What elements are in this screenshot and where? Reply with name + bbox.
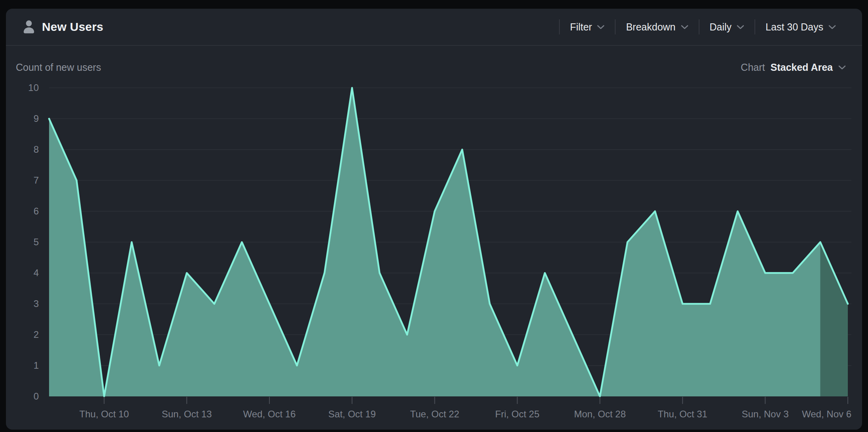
y-axis-label: 3 (0, 298, 39, 310)
chart-type-value: Stacked Area (771, 62, 833, 73)
y-axis-label: 0 (0, 390, 39, 402)
chevron-down-icon (737, 25, 744, 29)
interval-dropdown-label: Daily (710, 21, 732, 33)
breakdown-dropdown-label: Breakdown (626, 21, 675, 33)
y-axis-label: 1 (0, 360, 39, 371)
x-axis-label: Wed, Nov 6 (764, 408, 851, 420)
title-group: New Users (6, 20, 103, 34)
interval-dropdown[interactable]: Daily (699, 15, 755, 39)
sub-header: Count of new users Chart Stacked Area (6, 55, 862, 79)
y-axis-label: 4 (0, 267, 39, 279)
y-axis-label: 9 (0, 113, 39, 125)
card-header: New Users Filter Breakdown Daily (6, 9, 862, 45)
y-axis-label: 5 (0, 236, 39, 248)
y-axis-label: 10 (0, 82, 39, 94)
x-axis-label: Fri, Oct 25 (474, 408, 561, 420)
x-axis-label: Sat, Oct 19 (309, 408, 396, 420)
date-range-dropdown[interactable]: Last 30 Days (755, 15, 846, 39)
chevron-down-icon (597, 25, 605, 29)
y-axis-label: 7 (0, 174, 39, 186)
header-controls: Filter Breakdown Daily Last 30 Days (559, 15, 862, 39)
page: New Users Filter Breakdown Daily (0, 0, 868, 432)
x-axis-label: Sun, Oct 13 (143, 408, 230, 420)
user-icon (23, 20, 35, 34)
x-axis-label: Thu, Oct 10 (61, 408, 148, 420)
y-axis-label: 6 (0, 205, 39, 217)
x-axis-label: Mon, Oct 28 (556, 408, 643, 420)
date-range-dropdown-label: Last 30 Days (766, 21, 823, 33)
x-axis-label: Thu, Oct 31 (639, 408, 726, 420)
chart-type-dropdown[interactable]: Chart Stacked Area (738, 61, 862, 74)
chart-type-prefix: Chart (741, 62, 765, 73)
filter-dropdown[interactable]: Filter (560, 15, 615, 39)
x-axis-label: Wed, Oct 16 (226, 408, 313, 420)
x-axis-label: Tue, Oct 22 (391, 408, 478, 420)
metric-label: Count of new users (6, 62, 101, 73)
filter-dropdown-label: Filter (570, 21, 592, 33)
new-users-card: New Users Filter Breakdown Daily (6, 9, 862, 430)
chevron-down-icon (838, 65, 846, 70)
y-axis-label: 2 (0, 329, 39, 341)
breakdown-dropdown[interactable]: Breakdown (616, 15, 698, 39)
chevron-down-icon (681, 25, 688, 29)
chevron-down-icon (828, 25, 836, 29)
y-axis-label: 8 (0, 144, 39, 155)
header-divider (6, 45, 862, 46)
page-title: New Users (42, 20, 103, 34)
